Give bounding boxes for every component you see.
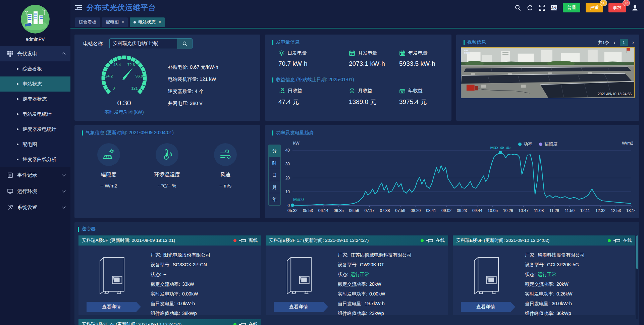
kv-label: 设备型号: <box>151 262 171 267</box>
tab-minute[interactable]: 分 <box>269 145 280 157</box>
kv-value: GCI-3P20K-5G <box>547 262 579 267</box>
svg-text:40: 40 <box>285 148 290 153</box>
language-icon[interactable]: A文 <box>551 4 557 11</box>
kv-label: 组件峰值功率: <box>525 311 554 316</box>
sidebar-item-inverter-gen-stats[interactable]: 逆变器发电统计 <box>0 122 70 137</box>
svg-text:07:38: 07:38 <box>380 208 390 213</box>
kv-row: 状态:运行正常 <box>525 272 556 278</box>
metric-label: 年发电量 <box>408 50 428 56</box>
sidebar-item-distribution-diagram[interactable]: 配电图 <box>0 137 70 152</box>
svg-text:09:44: 09:44 <box>472 208 482 213</box>
weather-label: 风速 <box>202 171 249 178</box>
chevron-down-icon <box>62 172 65 176</box>
generation-panel: 发电量信息 日发电量 70.7 kW·h 月发电量 2073.1 kW·h 年发… <box>265 35 451 121</box>
svg-text:11:29: 11:29 <box>549 208 559 213</box>
station-search-input[interactable] <box>110 39 177 49</box>
sidebar-group-events[interactable]: 事件记录 <box>0 167 70 183</box>
app-root: adminPV 光伏发电 综合看板 电站状态 逆变器状态 电站发电统计 逆变器发… <box>0 0 644 325</box>
sidebar-item-station-status[interactable]: 电站状态 <box>0 76 70 92</box>
scrollbar-track[interactable] <box>636 235 638 319</box>
inverter-card-header: 安科瑞E楼6F (更新时间: 2021-09-10 13:24:02) 在线 <box>453 235 635 246</box>
video-feed[interactable]: 2021-09-10 13:24:56 <box>461 47 635 98</box>
kv-label: 组件峰值功率: <box>151 311 180 316</box>
tab-day[interactable]: 日 <box>269 169 280 181</box>
content: 电站名称 0 24.2 48.4 72.6 96.8 121 <box>70 29 644 325</box>
svg-text:10:05: 10:05 <box>488 208 498 213</box>
kv-value: 阳光电源股份有限公司 <box>163 252 210 258</box>
tab-year[interactable]: 年 <box>269 193 280 205</box>
sidebar-item-station-gen-stats[interactable]: 电站发电统计 <box>0 107 70 122</box>
chevron-down-icon <box>62 188 65 192</box>
sidebar-item-inverter-status[interactable]: 逆变器状态 <box>0 92 70 107</box>
pager-next-icon[interactable]: › <box>632 40 634 46</box>
inverter-card: 安科瑞E楼6F (更新时间: 2021-09-10 13:24:02) 在线 查… <box>453 235 635 315</box>
kv-value: 20kW <box>369 281 381 287</box>
menu-collapse-icon[interactable] <box>75 5 82 10</box>
tab-close-icon[interactable]: × <box>122 20 124 24</box>
tab-close-icon[interactable]: × <box>159 20 161 24</box>
alarm-normal-button[interactable]: 普通 <box>563 3 580 12</box>
fullscreen-icon[interactable] <box>539 4 545 11</box>
kv-label: 实时发电功率: <box>525 291 554 296</box>
accent-bar <box>272 40 273 45</box>
tab-hour[interactable]: 时 <box>269 157 280 169</box>
alarm-accident-label: 事故 <box>613 5 622 10</box>
accent-bar <box>464 40 465 45</box>
pager-page-1[interactable]: 1 <box>620 39 628 46</box>
money-bag-icon: ¥ <box>349 88 355 94</box>
section-title: 视频信息 <box>467 39 486 45</box>
sidebar-item-label: 电站状态 <box>22 81 42 87</box>
topbar-actions: A文 普通 严重 96 事故 12 <box>515 3 639 12</box>
kv-label: 当日发电量: <box>525 301 550 306</box>
kv-label: 组件峰值功率: <box>338 311 367 316</box>
tab-station-status[interactable]: 电站状态× <box>130 17 165 27</box>
pager-prev-icon[interactable]: ‹ <box>613 40 615 46</box>
detail-value: 4 个 <box>195 89 204 94</box>
kv-row: 额定交流功率:20kW <box>525 281 569 287</box>
tab-label: 配电图 <box>106 19 119 25</box>
tab-distribution[interactable]: 配电图× <box>102 17 128 27</box>
tab-label: 电站状态 <box>138 19 156 25</box>
svg-text:07:17: 07:17 <box>365 208 375 213</box>
svg-text:08:20: 08:20 <box>411 208 421 213</box>
station-search-button[interactable] <box>177 39 192 49</box>
search-icon[interactable] <box>515 4 521 11</box>
inverter-icon <box>613 238 621 243</box>
sidebar-item-dashboard[interactable]: 综合看板 <box>0 61 70 76</box>
kv-value: 20kW <box>556 281 569 287</box>
station-detail-row: 电站装机容量: 121 kW <box>168 76 216 83</box>
refresh-icon[interactable] <box>527 4 533 11</box>
alarm-accident-button[interactable]: 事故 12 <box>608 3 626 12</box>
sidebar-item-inverter-curve[interactable]: 逆变器曲线分析 <box>0 152 70 167</box>
kv-label: 额定交流功率: <box>525 281 554 287</box>
view-details-button[interactable]: 查看详情 <box>87 302 141 312</box>
inverter-card: 安科瑞B楼3F 1# (更新时间: 2021-09-10 13:24:27) 在… <box>266 235 448 315</box>
kv-value: 运行正常 <box>538 272 556 277</box>
alarm-severe-button[interactable]: 严重 96 <box>586 3 603 12</box>
svg-text:20: 20 <box>285 176 290 180</box>
trend-header: 功率及发电量趋势 <box>272 130 314 136</box>
calendar-year-icon <box>399 50 406 56</box>
view-details-button[interactable]: 查看详情 <box>461 302 515 312</box>
tab-dashboard[interactable]: 综合看板 <box>75 17 100 27</box>
svg-text:09:23: 09:23 <box>457 208 467 213</box>
sidebar-group-pv[interactable]: 光伏发电 <box>0 46 70 61</box>
inverter-icon <box>239 238 246 243</box>
metric-label: 日发电量 <box>287 50 307 56</box>
station-search-box <box>109 38 193 49</box>
logo-block: adminPV <box>0 0 70 42</box>
accent-bar <box>78 227 79 232</box>
tab-month[interactable]: 月 <box>269 181 280 193</box>
section-title: 功率及发电量趋势 <box>276 130 314 136</box>
video-still: 2021-09-10 13:24:56 <box>461 48 634 98</box>
gauge-arc: 0 24.2 48.4 72.6 96.8 121 <box>92 52 156 102</box>
yearly-revenue: ¥年收益 3975.4 元 <box>399 88 427 106</box>
bullet-icon <box>17 98 18 100</box>
view-details-button[interactable]: 查看详情 <box>274 302 328 312</box>
page-title: 分布式光伏运维平台 <box>87 3 156 13</box>
inverter-card-header: 安科瑞A楼5F (更新时间: 2021-09-09 18:13:01) 离线 <box>78 235 261 246</box>
sidebar-group-settings[interactable]: 系统设置 <box>0 199 70 215</box>
user-avatar-icon[interactable] <box>631 4 639 11</box>
scrollbar-thumb[interactable] <box>636 235 638 269</box>
sidebar-group-environment[interactable]: 运行环境 <box>0 183 70 199</box>
